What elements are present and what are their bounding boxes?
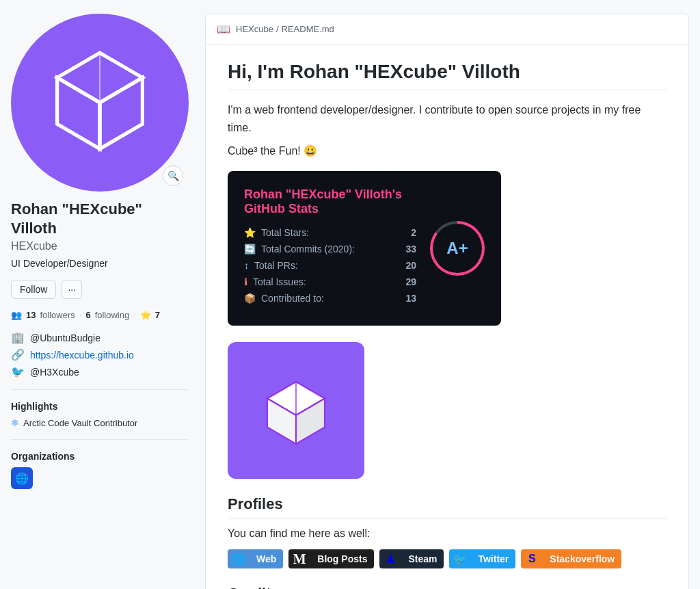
- highlights-title: Highlights: [11, 401, 189, 412]
- org-avatars: 🌐: [11, 467, 189, 489]
- breadcrumb-separator: /: [276, 24, 279, 34]
- website-row: 🔗 https://hexcube.github.io: [11, 348, 189, 361]
- follow-row: Follow ···: [11, 280, 189, 299]
- stat-contrib-value: 13: [405, 293, 416, 304]
- avatar-edit-button[interactable]: 🔍: [163, 166, 183, 186]
- commit-stat-icon: 🔄: [244, 244, 256, 254]
- org-avatar-budgie[interactable]: 🌐: [11, 467, 33, 489]
- stat-prs-label: Total PRs:: [254, 260, 400, 271]
- web-badge-label: Web: [250, 549, 283, 568]
- github-stats-card: Rohan "HEXcube" Villoth's GitHub Stats ⭐…: [228, 171, 501, 326]
- more-button[interactable]: ···: [62, 280, 82, 299]
- stat-commits-value: 33: [405, 244, 416, 254]
- badge-web[interactable]: 🌐 Web: [228, 549, 283, 568]
- org-handle-row: 🏢 @UbuntuBudgie: [11, 331, 189, 344]
- stat-contrib: 📦 Contributed to: 13: [244, 293, 416, 304]
- avatar: [11, 14, 189, 192]
- credits-heading: Credits: [228, 585, 667, 589]
- badge-blog-posts[interactable]: M Blog Posts: [288, 549, 374, 568]
- stat-stars-label: Total Stars:: [261, 227, 405, 238]
- followers-label: followers: [40, 310, 75, 320]
- medium-badge-icon: M: [288, 549, 310, 568]
- profiles-heading: Profiles: [228, 495, 667, 519]
- readme-heading: Hi, I'm Rohan "HEXcube" Villoth: [228, 61, 667, 90]
- follow-button[interactable]: Follow: [11, 280, 56, 299]
- user-display-name: Rohan "HEXcube" Villoth: [11, 200, 189, 237]
- twitter-badge-label: Twitter: [471, 549, 515, 568]
- followers-icon: 👥: [11, 310, 22, 320]
- divider-1: [11, 389, 189, 390]
- followers-count: 13: [26, 310, 36, 320]
- breadcrumb-filename: README: [282, 24, 320, 34]
- website-link[interactable]: https://hexcube.github.io: [30, 350, 134, 361]
- avatar-container: 🔍: [11, 14, 189, 192]
- following-label: following: [95, 310, 130, 320]
- stat-commits: 🔄 Total Commits (2020): 33: [244, 244, 416, 254]
- breadcrumb-ext: .md: [319, 24, 334, 34]
- stat-stars: ⭐ Total Stars: 2: [244, 227, 416, 238]
- star-icon: ⭐: [140, 310, 151, 320]
- twitter-handle: @H3Xcube: [30, 367, 79, 378]
- stat-contrib-label: Contributed to:: [261, 293, 400, 304]
- breadcrumb-file[interactable]: README.md: [282, 24, 334, 34]
- so-badge-icon: S: [521, 549, 543, 568]
- stat-prs-value: 20: [405, 260, 416, 271]
- profiles-section: Profiles You can find me here as well: 🌐…: [228, 495, 667, 568]
- pr-stat-icon: ↕: [244, 260, 249, 271]
- link-icon: 🔗: [11, 348, 25, 361]
- user-bio: UI Developer/Designer: [11, 258, 189, 269]
- issue-stat-icon: ℹ: [244, 276, 247, 287]
- credits-section: Credits I found these resources helpful …: [228, 585, 667, 589]
- contrib-stat-icon: 📦: [244, 293, 256, 304]
- organizations-section: Organizations 🌐: [11, 451, 189, 489]
- breadcrumb-repo[interactable]: HEXcube: [236, 24, 273, 34]
- book-icon: 📖: [217, 23, 230, 36]
- stat-stars-value: 2: [411, 227, 416, 238]
- star-stat-icon: ⭐: [244, 227, 256, 238]
- stat-commits-label: Total Commits (2020):: [261, 244, 400, 254]
- badge-steam[interactable]: ♟ Steam: [379, 549, 444, 568]
- stat-issues-label: Total Issues:: [253, 276, 400, 287]
- stat-issues: ℹ Total Issues: 29: [244, 276, 416, 287]
- user-login: HEXcube: [11, 240, 189, 252]
- badge-row: 🌐 Web M Blog Posts ♟ Steam 🐦 Twitter: [228, 549, 667, 568]
- web-badge-icon: 🌐: [228, 549, 250, 568]
- twitter-badge-icon: 🐦: [449, 549, 471, 568]
- following-count: 6: [85, 310, 90, 320]
- sidebar: 🔍 Rohan "HEXcube" Villoth HEXcube UI Dev…: [11, 14, 189, 489]
- twitter-icon: 🐦: [11, 365, 25, 378]
- readme-cube-text: Cube³ the Fun! 😀: [228, 144, 667, 157]
- stat-prs: ↕ Total PRs: 20: [244, 260, 416, 271]
- profiles-desc: You can find me here as well:: [228, 527, 667, 540]
- readme-header: 📖 HEXcube / README.md: [206, 14, 688, 44]
- stars-count: 7: [155, 310, 160, 320]
- readme-intro: I'm a web frontend developer/designer. I…: [228, 101, 667, 136]
- badge-twitter[interactable]: 🐦 Twitter: [449, 549, 515, 568]
- highlight-label: Arctic Code Vault Contributor: [23, 418, 137, 428]
- grade-circle: A+: [430, 221, 485, 276]
- stat-issues-value: 29: [405, 276, 416, 287]
- divider-2: [11, 439, 189, 440]
- main-content: 📖 HEXcube / README.md Hi, I'm Rohan "HEX…: [205, 14, 689, 589]
- steam-badge-icon: ♟: [379, 549, 401, 568]
- highlight-item: ❄ Arctic Code Vault Contributor: [11, 417, 189, 428]
- highlights-section: Highlights ❄ Arctic Code Vault Contribut…: [11, 401, 189, 428]
- cube-image: [228, 342, 364, 479]
- steam-badge-label: Steam: [401, 549, 444, 568]
- badge-stackoverflow[interactable]: S Stackoverflow: [521, 549, 621, 568]
- readme-body: Hi, I'm Rohan "HEXcube" Villoth I'm a we…: [206, 44, 688, 589]
- stats-card-left: Rohan "HEXcube" Villoth's GitHub Stats ⭐…: [244, 187, 416, 309]
- org-icon: 🏢: [11, 331, 25, 344]
- organizations-title: Organizations: [11, 451, 189, 462]
- so-badge-label: Stackoverflow: [543, 549, 621, 568]
- snowflake-icon: ❄: [11, 417, 19, 428]
- org-handle: @UbuntuBudgie: [30, 332, 100, 343]
- breadcrumb: HEXcube / README.md: [236, 24, 334, 34]
- user-stats-row: 👥 13 followers · 6 following · ⭐ 7: [11, 310, 189, 320]
- blog-posts-badge-label: Blog Posts: [310, 549, 374, 568]
- twitter-row: 🐦 @H3Xcube: [11, 365, 189, 378]
- stats-card-title: Rohan "HEXcube" Villoth's GitHub Stats: [244, 187, 416, 216]
